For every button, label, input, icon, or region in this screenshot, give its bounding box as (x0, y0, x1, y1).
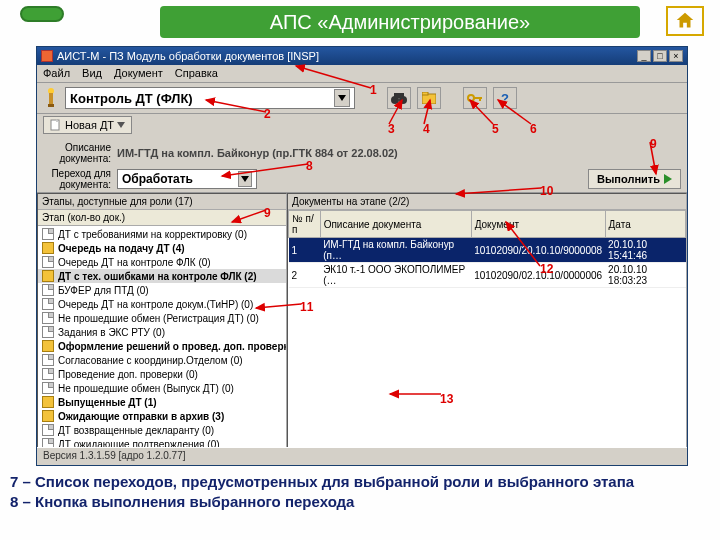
tree-item[interactable]: Ожидающие отправки в архив (3) (38, 409, 286, 423)
page-icon (42, 326, 54, 338)
tree-item[interactable]: Не прошедшие обмен (Выпуск ДТ) (0) (38, 381, 286, 395)
tree-item[interactable]: Очередь ДТ на контроле докум.(ТиНР) (0) (38, 297, 286, 311)
app-icon (41, 50, 53, 62)
tree-item[interactable]: Не прошедшие обмен (Регистрация ДТ) (0) (38, 311, 286, 325)
table-cell: ИМ-ГТД на компл. Байконур (п… (320, 238, 471, 263)
documents-table[interactable]: № п/пОписание документаДокументДата 1ИМ-… (288, 210, 686, 288)
page-icon (42, 284, 54, 296)
tree-item[interactable]: Очередь на подачу ДТ (4) (38, 241, 286, 255)
help-button[interactable]: ? (493, 87, 517, 109)
tree-item[interactable]: Согласование с координир.Отделом (0) (38, 353, 286, 367)
dropdown-icon[interactable] (334, 89, 350, 107)
toolbar: Контроль ДТ (ФЛК) ? (37, 83, 687, 114)
stages-colhead: Этап (кол-во док.) (38, 210, 286, 226)
table-header[interactable]: № п/п (289, 211, 321, 238)
table-cell: ЭК10 т.-1 ООО ЭКОПОЛИМЕР (… (320, 263, 471, 288)
toolbar-secondary: Новая ДТ (37, 114, 687, 140)
tree-item[interactable]: Проведение доп. проверки (0) (38, 367, 286, 381)
tree-item-label: Не прошедшие обмен (Регистрация ДТ) (0) (58, 313, 259, 324)
desc-value: ИМ-ГТД на компл. Байконур (пр.ГТК 884 от… (117, 147, 398, 159)
stages-tree[interactable]: ДТ с требованиями на корректировку (0)Оч… (38, 226, 286, 451)
tree-item-label: Согласование с координир.Отделом (0) (58, 355, 243, 366)
dropdown-icon[interactable] (238, 171, 252, 187)
new-dt-label: Новая ДТ (65, 119, 114, 131)
tree-item-label: ДТ с требованиями на корректировку (0) (58, 229, 247, 240)
caption-line-1: 7 – Список переходов, предусмотренных дл… (10, 472, 710, 492)
version-text: Версия 1.3.1.59 [адро 1.2.0.77] (43, 450, 186, 461)
table-row[interactable]: 1ИМ-ГТД на компл. Байконур (п…10102090/2… (289, 238, 686, 263)
role-combo[interactable]: Контроль ДТ (ФЛК) (65, 87, 355, 109)
tree-item[interactable]: БУФЕР для ПТД (0) (38, 283, 286, 297)
tree-item[interactable]: Выпущенные ДТ (1) (38, 395, 286, 409)
tree-item-label: Очередь на подачу ДТ (4) (58, 243, 185, 254)
table-header[interactable]: Описание документа (320, 211, 471, 238)
svg-rect-2 (48, 104, 54, 107)
page-icon (42, 228, 54, 240)
tree-item[interactable]: Очередь ДТ на контроле ФЛК (0) (38, 255, 286, 269)
tree-item-label: Оформление решений о провед. доп. провер… (58, 341, 286, 352)
minimize-button[interactable]: _ (637, 50, 651, 62)
desc-label: Описание документа: (43, 142, 111, 164)
tree-item[interactable]: Оформление решений о провед. доп. провер… (38, 339, 286, 353)
page-icon (42, 354, 54, 366)
page-icon (42, 368, 54, 380)
stages-header: Этапы, доступные для роли (17) (38, 194, 286, 210)
transition-row: Переход для документа: Обработать Выполн… (37, 166, 687, 192)
tree-item[interactable]: Задания в ЭКС РТУ (0) (38, 325, 286, 339)
transition-label: Переход для документа: (43, 168, 111, 190)
tree-item[interactable]: ДТ возвращенные декларанту (0) (38, 423, 286, 437)
page-icon (42, 312, 54, 324)
tree-item-label: БУФЕР для ПТД (0) (58, 285, 149, 296)
table-cell: 10102090/20.10.10/9000008 (471, 238, 605, 263)
table-cell: 2 (289, 263, 321, 288)
documents-pane: Документы на этапе (2/2) № п/пОписание д… (287, 193, 687, 452)
close-button[interactable]: × (669, 50, 683, 62)
new-dt-button[interactable]: Новая ДТ (43, 116, 132, 134)
stages-pane: Этапы, доступные для роли (17) Этап (кол… (37, 193, 287, 452)
title-badge (20, 6, 64, 22)
home-icon[interactable] (666, 6, 704, 36)
menubar: Файл Вид Документ Справка (37, 65, 687, 83)
torch-icon (43, 88, 59, 108)
caption-line-2: 8 – Кнопка выполнения выбранного переход… (10, 492, 710, 512)
tree-item-label: ДТ возвращенные декларанту (0) (58, 425, 214, 436)
menu-help[interactable]: Справка (175, 67, 218, 80)
page-icon (42, 298, 54, 310)
slide-title: АПС «Администрирование» (160, 6, 640, 38)
svg-rect-5 (394, 93, 404, 98)
tree-item-label: Ожидающие отправки в архив (3) (58, 411, 224, 422)
execute-label: Выполнить (597, 173, 660, 185)
menu-file[interactable]: Файл (43, 67, 70, 80)
svg-rect-10 (479, 97, 481, 101)
folder-icon (42, 396, 54, 408)
table-header[interactable]: Дата (605, 211, 685, 238)
window-titlebar: АИСТ-М - ПЗ Модуль обработки документов … (37, 47, 687, 65)
key-button[interactable] (463, 87, 487, 109)
folder-icon (42, 270, 54, 282)
maximize-button[interactable]: □ (653, 50, 667, 62)
menu-document[interactable]: Документ (114, 67, 163, 80)
transition-value: Обработать (122, 172, 193, 186)
tree-item-label: ДТ с тех. ошибками на контроле ФЛК (2) (58, 271, 257, 282)
menu-view[interactable]: Вид (82, 67, 102, 80)
tree-item[interactable]: ДТ с требованиями на корректировку (0) (38, 227, 286, 241)
arrow-right-icon (664, 174, 672, 184)
tree-item[interactable]: ДТ с тех. ошибками на контроле ФЛК (2) (38, 269, 286, 283)
binoculars-button[interactable] (387, 87, 411, 109)
table-cell: 1 (289, 238, 321, 263)
table-header[interactable]: Документ (471, 211, 605, 238)
execute-button[interactable]: Выполнить (588, 169, 681, 189)
transition-combo[interactable]: Обработать (117, 169, 257, 189)
table-row[interactable]: 2ЭК10 т.-1 ООО ЭКОПОЛИМЕР (…10102090/02.… (289, 263, 686, 288)
tree-item-label: Задания в ЭКС РТУ (0) (58, 327, 165, 338)
window-title: АИСТ-М - ПЗ Модуль обработки документов … (57, 50, 319, 62)
folder-icon (42, 242, 54, 254)
tree-item-label: Не прошедшие обмен (Выпуск ДТ) (0) (58, 383, 234, 394)
folder-button[interactable] (417, 87, 441, 109)
description-row: Описание документа: ИМ-ГТД на компл. Бай… (37, 140, 687, 166)
statusbar: Версия 1.3.1.59 [адро 1.2.0.77] (37, 447, 687, 465)
documents-header: Документы на этапе (2/2) (288, 194, 686, 210)
folder-icon (42, 340, 54, 352)
tree-item-label: Очередь ДТ на контроле ФЛК (0) (58, 257, 211, 268)
tree-item-label: Очередь ДТ на контроле докум.(ТиНР) (0) (58, 299, 253, 310)
